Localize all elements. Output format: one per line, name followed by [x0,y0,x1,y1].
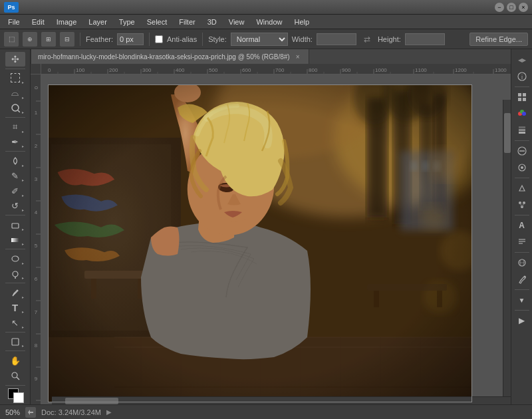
menu-item-filter[interactable]: Filter [174,17,200,27]
marquee-tool[interactable]: ▸ [5,70,25,85]
right-tool-settings[interactable] [514,160,530,176]
feather-input[interactable] [117,33,144,45]
spot-heal-tool[interactable]: ▸ [5,154,25,168]
right-tool-arrow-down[interactable]: ▼ [514,292,530,308]
right-toolbar: ◀▶ i A [511,49,532,404]
svg-rect-3 [11,238,19,242]
horizontal-scrollbar[interactable] [52,396,511,404]
history-brush-tool[interactable]: ↺ ▸ [5,199,25,213]
pen-tool[interactable]: ▸ [5,285,25,300]
menu-item-edit[interactable]: Edit [27,17,50,27]
svg-rect-122 [48,84,472,402]
svg-rect-134 [519,129,525,131]
tab-close-button[interactable]: × [294,53,302,61]
main-area: ✣ ▸ ⌓ ▸ ▸ ⌗ ▸ ✒ ▸ ▸ ✎ ▸ [0,49,532,404]
hand-tool[interactable]: ✋ [5,353,25,368]
crop-tool[interactable]: ⌗ ▸ [5,120,25,134]
clone-stamp-tool[interactable]: ✐ ▸ [5,184,25,198]
title-bar-controls: − □ × [495,3,528,12]
tool-separator-9 [5,385,25,386]
right-separator-2 [515,140,529,141]
subtract-selection-btn[interactable]: ⊟ [60,32,74,47]
right-tool-type2[interactable]: A [514,217,530,233]
svg-rect-126 [518,93,521,96]
right-tool-layers[interactable] [514,122,530,138]
right-tool-3d-sphere[interactable] [514,255,530,271]
ruler-corner [31,64,41,74]
menu-item-file[interactable]: File [3,17,25,27]
maximize-button[interactable]: □ [507,3,516,12]
dodge-tool[interactable]: ▸ [5,267,25,281]
height-label: Height: [378,35,401,43]
separator1 [80,33,80,46]
canvas-image-container [48,84,472,402]
refine-edge-button[interactable]: Refine Edge... [469,33,528,46]
menu-item-window[interactable]: Window [251,17,287,27]
shape-tool[interactable]: ▸ [5,335,25,349]
color-picker[interactable] [5,387,25,402]
active-tab: miro-hofmann-lucky-model-blondinka-kraso… [31,49,309,64]
right-tool-expand[interactable]: ◀▶ [514,52,530,68]
right-tool-noentry[interactable] [514,143,530,159]
right-tool-fx[interactable] [514,180,530,196]
svg-text:6: 6 [35,276,38,282]
horizontal-scrollbar-thumb[interactable] [65,398,118,404]
menu-item-view[interactable]: View [223,17,250,27]
lasso-tool[interactable]: ⌓ ▸ [5,86,25,100]
right-tool-paragraph[interactable] [514,234,530,250]
menu-item-3d[interactable]: 3D [202,17,222,27]
eyedropper-tool[interactable]: ✒ ▸ [5,135,25,150]
brush-tool[interactable]: ✎ ▸ [5,169,25,184]
svg-text:9: 9 [35,376,38,382]
status-bar: 50% Doc: 3.24M/3.24M ▶ [0,404,532,419]
menu-item-image[interactable]: Image [51,17,82,27]
right-tool-play[interactable]: ▶ [514,313,530,329]
svg-text:200: 200 [109,67,118,73]
status-nav-icon[interactable] [25,407,36,418]
vertical-scrollbar[interactable] [503,100,511,396]
right-tool-node[interactable] [514,197,530,213]
add-selection-btn[interactable]: ⊞ [41,32,56,47]
right-tool-grid[interactable] [514,89,530,105]
move-tool[interactable]: ✣ [5,52,25,67]
gradient-tool[interactable]: ▸ [5,233,25,247]
quick-select-tool[interactable]: ▸ [5,101,25,116]
blur-tool[interactable]: ▸ [5,251,25,266]
menu-item-layer[interactable]: Layer [83,17,112,27]
tool-separator-4 [5,215,25,215]
svg-point-0 [12,104,19,111]
eraser-tool[interactable]: ▸ [5,217,25,232]
minimize-button[interactable]: − [495,3,504,12]
anti-alias-checkbox[interactable] [155,35,163,43]
close-button[interactable]: × [519,3,528,12]
new-selection-btn[interactable]: ⊕ [23,32,37,47]
ruler-vertical: 0 1 2 3 4 5 6 7 8 9 10 [31,74,41,404]
svg-text:300: 300 [142,67,152,73]
status-arrow[interactable]: ▶ [106,408,112,416]
height-input-area [405,33,445,45]
right-tool-palette[interactable] [514,106,530,122]
separator3 [202,33,203,46]
tool-separator-3 [5,151,25,152]
svg-rect-7 [12,339,19,345]
style-select[interactable]: Normal Fixed Ratio Fixed Size [231,33,288,46]
svg-rect-52 [31,74,41,404]
svg-text:1300: 1300 [495,67,507,73]
vertical-scrollbar-thumb[interactable] [504,113,511,153]
svg-text:600: 600 [242,67,251,73]
right-separator-3 [515,178,529,178]
zoom-tool[interactable] [5,368,25,383]
tool-separator-6 [5,283,25,283]
type-tool[interactable]: T ▸ [5,301,25,315]
path-select-tool[interactable]: ↖ ▸ [5,315,25,330]
right-tool-brush2[interactable] [514,271,530,287]
svg-text:i: i [521,74,523,80]
menu-item-select[interactable]: Select [142,17,173,27]
svg-text:0: 0 [33,86,39,89]
tool-preset-picker[interactable]: ⬚ [4,32,19,47]
right-tool-info[interactable]: i [514,69,530,84]
menu-item-type[interactable]: Type [114,17,140,27]
options-bar: ⬚ ⊕ ⊞ ⊟ Feather: Anti-alias Style: Norma… [0,29,532,49]
menu-item-help[interactable]: Help [289,17,315,27]
tool-separator-1 [5,69,25,69]
